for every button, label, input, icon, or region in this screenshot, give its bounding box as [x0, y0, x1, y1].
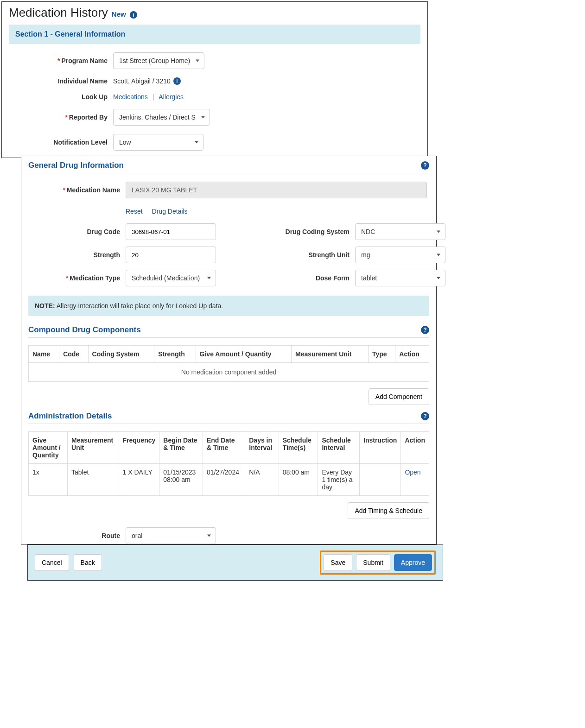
- dropdown-reported-by[interactable]: Jenkins, Charles / Direct S: [113, 109, 210, 126]
- td-days: N/A: [245, 464, 279, 496]
- label-lookup: Look Up: [9, 93, 113, 101]
- note-box: NOTE: Allergy Interaction will take plac…: [28, 296, 429, 316]
- title-compound: Compound Drug Components: [28, 325, 141, 335]
- dropdown-medication-type[interactable]: Scheduled (Medication): [126, 270, 216, 286]
- caret-icon: [207, 277, 211, 279]
- label-individual-name: Individual Name: [9, 77, 113, 85]
- dropdown-program-name[interactable]: 1st Street (Group Home): [113, 52, 204, 69]
- link-open[interactable]: Open: [405, 468, 420, 476]
- dropdown-route-value: oral: [132, 532, 142, 539]
- dropdown-strength-unit-value: mg: [361, 251, 370, 259]
- caret-icon: [207, 535, 211, 537]
- td-end: 01/27/2024: [203, 464, 245, 496]
- link-reset[interactable]: Reset: [126, 208, 143, 215]
- th-give-amount: Give Amount / Quantity: [29, 432, 68, 464]
- label-program-name-text: Program Name: [61, 57, 108, 64]
- row-reported-by: *Reported By Jenkins, Charles / Direct S: [9, 109, 420, 126]
- th-days: Days in Interval: [245, 432, 279, 464]
- td-schedule-interval: Every Day 1 time(s) a day: [318, 464, 360, 496]
- td-action: Open: [401, 464, 429, 496]
- dropdown-strength-unit[interactable]: mg: [355, 247, 445, 263]
- back-button[interactable]: Back: [74, 554, 102, 571]
- panel-general-info: Medication History New i Section 1 - Gen…: [1, 1, 428, 158]
- row-lookup: Look Up Medications | Allergies: [9, 93, 420, 101]
- caret-icon: [437, 277, 440, 279]
- td-give-amount: 1x: [29, 464, 68, 496]
- th-instruction: Instruction: [360, 432, 401, 464]
- th-frequency: Frequency: [119, 432, 159, 464]
- row-individual-name: Individual Name Scott, Abigail / 3210 i: [9, 77, 420, 85]
- help-icon[interactable]: ?: [421, 412, 429, 420]
- dropdown-notification-level-value: Low: [119, 139, 131, 146]
- td-schedule-times: 08:00 am: [279, 464, 318, 496]
- label-medication-name: *Medication Name: [28, 186, 126, 194]
- table-compound: Name Code Coding System Strength Give Am…: [28, 345, 429, 382]
- th-strength: Strength: [154, 346, 196, 363]
- help-icon[interactable]: ?: [421, 326, 429, 334]
- cancel-button[interactable]: Cancel: [35, 554, 69, 571]
- input-strength[interactable]: [126, 247, 216, 263]
- save-button[interactable]: Save: [324, 554, 352, 571]
- value-individual-name: Scott, Abigail / 3210: [113, 77, 171, 85]
- page-title-row: Medication History New i: [9, 6, 420, 20]
- label-notification-level: Notification Level: [9, 139, 113, 146]
- label-reported-by-text: Reported By: [69, 114, 108, 121]
- th-coding-system: Coding System: [88, 346, 154, 363]
- input-drug-code[interactable]: [126, 223, 216, 240]
- caret-icon: [201, 116, 205, 119]
- link-allergies[interactable]: Allergies: [159, 93, 184, 101]
- row-route: Route oral: [28, 527, 429, 544]
- th-action: Action: [395, 346, 429, 363]
- footer-right-highlight: Save Submit Approve: [320, 551, 436, 575]
- th-schedule-times: Schedule Time(s): [279, 432, 318, 464]
- footer-left: Cancel Back: [35, 554, 102, 571]
- dropdown-drug-coding-system[interactable]: NDC: [355, 223, 445, 240]
- divider: [28, 424, 429, 424]
- dropdown-program-name-value: 1st Street (Group Home): [119, 57, 190, 64]
- separator: |: [153, 93, 154, 101]
- link-drug-details[interactable]: Drug Details: [152, 208, 188, 215]
- dropdown-route[interactable]: oral: [126, 527, 216, 544]
- help-icon[interactable]: ?: [421, 161, 429, 170]
- label-program-name: *Program Name: [9, 57, 113, 64]
- caret-icon: [195, 141, 198, 144]
- td-instruction: [360, 464, 401, 496]
- td-begin: 01/15/2023 08:00 am: [159, 464, 203, 496]
- add-timing-button[interactable]: Add Timing & Schedule: [348, 502, 429, 519]
- footer-bar: Cancel Back Save Submit Approve: [27, 544, 443, 581]
- input-medication-name[interactable]: LASIX 20 MG TABLET: [126, 182, 427, 198]
- label-medication-type-text: Medication Type: [70, 274, 120, 282]
- caret-icon: [437, 254, 440, 256]
- info-icon[interactable]: i: [173, 77, 181, 85]
- info-icon[interactable]: i: [130, 11, 137, 19]
- th-type: Type: [368, 346, 395, 363]
- td-frequency: 1 X DAILY: [119, 464, 159, 496]
- caret-icon: [196, 60, 199, 62]
- label-drug-coding-system: Drug Coding System: [235, 228, 355, 235]
- td-measurement-unit: Tablet: [68, 464, 119, 496]
- th-measurement-unit: Measurement Unit: [68, 432, 119, 464]
- empty-text: No medication component added: [29, 363, 429, 382]
- dropdown-drug-coding-system-value: NDC: [361, 228, 375, 235]
- approve-button[interactable]: Approve: [394, 554, 432, 571]
- label-drug-code: Drug Code: [28, 228, 126, 235]
- row-program-name: *Program Name 1st Street (Group Home): [9, 52, 420, 69]
- link-medications[interactable]: Medications: [113, 93, 148, 101]
- label-dose-form: Dose Form: [235, 274, 355, 282]
- header-admin: Administration Details ?: [28, 411, 429, 421]
- dropdown-notification-level[interactable]: Low: [113, 134, 203, 151]
- new-link[interactable]: New: [112, 10, 126, 18]
- title-admin: Administration Details: [28, 411, 112, 421]
- dropdown-dose-form[interactable]: tablet: [355, 270, 445, 286]
- add-component-button[interactable]: Add Component: [369, 388, 429, 405]
- th-code: Code: [59, 346, 88, 363]
- row-drug-code: Drug Code Drug Coding System NDC: [28, 223, 429, 240]
- th-name: Name: [29, 346, 59, 363]
- page-title: Medication History: [9, 6, 108, 20]
- section1-header: Section 1 - General Information: [9, 25, 420, 44]
- label-strength: Strength: [28, 251, 126, 259]
- dropdown-reported-by-value: Jenkins, Charles / Direct S: [119, 114, 196, 121]
- table-row: 1x Tablet 1 X DAILY 01/15/2023 08:00 am …: [29, 464, 429, 496]
- submit-button[interactable]: Submit: [356, 554, 390, 571]
- label-reported-by: *Reported By: [9, 114, 113, 121]
